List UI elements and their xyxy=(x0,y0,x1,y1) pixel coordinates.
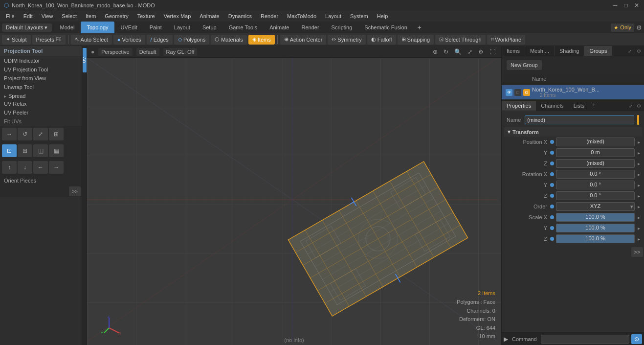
workplane-button[interactable]: ⌗ WorkPlane xyxy=(487,35,526,45)
name-input-field[interactable]: (mixed) xyxy=(525,115,634,124)
scale-z-dot[interactable] xyxy=(550,237,554,241)
menu-dynamics[interactable]: Dynamics xyxy=(224,12,256,20)
items-button[interactable]: ◈ Items xyxy=(248,35,275,45)
vp-orbit-icon[interactable]: ⊕ xyxy=(431,47,440,56)
menu-layout[interactable]: Layout xyxy=(321,12,345,20)
group-lock-toggle[interactable]: □ xyxy=(514,89,521,96)
tab-animate[interactable]: Animate xyxy=(264,22,295,33)
polygons-button[interactable]: ◇ Polygons xyxy=(174,35,209,45)
menu-render[interactable]: Render xyxy=(257,12,282,20)
menu-maxtomodo[interactable]: MaxToModo xyxy=(283,12,320,20)
arrow-up-btn[interactable]: ↑ xyxy=(2,161,17,174)
rotation-x-dot[interactable] xyxy=(550,172,554,176)
uv-grid-btn[interactable]: ⊡ xyxy=(2,144,17,157)
props-tab-channels[interactable]: Channels xyxy=(536,101,568,111)
rotation-x-arrow[interactable]: ▸ xyxy=(638,172,640,177)
close-button[interactable]: ✕ xyxy=(633,2,640,9)
position-x-field[interactable]: (mixed) xyxy=(556,138,635,146)
vp-refresh-icon[interactable]: ↻ xyxy=(442,47,450,56)
scale-y-field[interactable]: 100.0 % xyxy=(556,224,635,232)
perspective-label[interactable]: Perspective xyxy=(98,48,132,56)
maximize-button[interactable]: □ xyxy=(622,2,629,9)
position-x-dot[interactable] xyxy=(550,140,554,144)
uv-flat-btn[interactable]: ◫ xyxy=(33,144,48,157)
menu-view[interactable]: View xyxy=(38,12,57,20)
tab-shading[interactable]: Shading xyxy=(555,46,584,56)
command-input[interactable] xyxy=(541,335,629,344)
command-go-button[interactable]: ⊙ xyxy=(631,334,642,344)
order-dot[interactable] xyxy=(550,205,554,208)
menu-texture[interactable]: Texture xyxy=(133,12,159,20)
menu-vertex-map[interactable]: Vertex Map xyxy=(160,12,195,20)
rotation-y-arrow[interactable]: ▸ xyxy=(638,183,640,188)
rotation-z-arrow[interactable]: ▸ xyxy=(638,193,640,199)
spread-label[interactable]: Spread xyxy=(8,93,25,99)
menu-animate[interactable]: Animate xyxy=(196,12,223,20)
arrow-down-btn[interactable]: ↓ xyxy=(18,161,32,174)
left-item-uv-peeler[interactable]: UV Peeler xyxy=(0,108,82,117)
right-nav-forward-button[interactable]: >> xyxy=(631,247,643,257)
rotation-z-field[interactable]: 0.0 ° xyxy=(556,191,635,200)
scale-x-field[interactable]: 100.0 % xyxy=(556,213,635,222)
rotation-x-field[interactable]: 0.0 ° xyxy=(556,170,635,179)
order-arrow[interactable]: ▸ xyxy=(638,204,640,209)
left-item-unwrap[interactable]: Unwrap Tool xyxy=(0,83,82,92)
menu-geometry[interactable]: Geometry xyxy=(101,12,132,20)
menu-help[interactable]: Help xyxy=(373,12,392,20)
tab-add-button[interactable]: + xyxy=(414,23,425,32)
select-through-button[interactable]: ⊡ Select Through xyxy=(435,35,485,45)
tab-schematic-fusion[interactable]: Schematic Fusion xyxy=(358,22,413,33)
snapping-button[interactable]: ⊞ Snapping xyxy=(398,35,434,45)
tab-topology[interactable]: Topology xyxy=(81,22,114,33)
tab-paint[interactable]: Paint xyxy=(144,22,168,33)
presets-button[interactable]: Presets F6 xyxy=(32,35,66,45)
tab-groups[interactable]: Groups xyxy=(584,46,612,56)
position-x-arrow[interactable]: ▸ xyxy=(638,139,640,145)
vp-search-icon[interactable]: 🔍 xyxy=(452,47,464,56)
left-item-udim[interactable]: UDIM Indicator xyxy=(0,56,82,65)
action-center-button[interactable]: ⊕ Action Center xyxy=(280,35,327,45)
rotation-y-field[interactable]: 0.0 ° xyxy=(556,181,635,189)
tab-render[interactable]: Render xyxy=(295,22,325,33)
falloff-button[interactable]: ◐ Falloff xyxy=(367,35,396,45)
sculpt-button[interactable]: ✦ Sculpt xyxy=(2,35,31,45)
titlebar-controls[interactable]: ─ □ ✕ xyxy=(612,2,640,9)
star-only-button[interactable]: ★ Only xyxy=(611,23,634,32)
scale-y-arrow[interactable]: ▸ xyxy=(638,226,640,231)
tab-setup[interactable]: Setup xyxy=(197,22,222,33)
right-expand-icon[interactable]: ⤢ xyxy=(626,47,633,54)
menu-edit[interactable]: Edit xyxy=(20,12,37,20)
rotation-y-dot[interactable] xyxy=(550,183,554,187)
uv-active-tab[interactable]: UV xyxy=(83,48,87,72)
rotation-z-dot[interactable] xyxy=(550,194,554,198)
scale-y-dot[interactable] xyxy=(550,226,554,230)
default-label[interactable]: Default xyxy=(136,48,159,56)
tab-game-tools[interactable]: Game Tools xyxy=(223,22,264,33)
menu-item[interactable]: Item xyxy=(82,12,100,20)
tab-uvedit[interactable]: UVEdit xyxy=(115,22,143,33)
grid-icon-btn[interactable]: ⊞ xyxy=(49,128,64,140)
props-settings-icon[interactable]: ⚙ xyxy=(635,102,642,109)
collapse-button[interactable]: >> xyxy=(69,186,81,196)
default-layouts-dropdown[interactable]: Default Layouts ▾ xyxy=(2,23,52,32)
auto-select-button[interactable]: ↖ Auto Select xyxy=(71,35,112,45)
arrow-left-btn[interactable]: ← xyxy=(33,161,48,174)
uv-checker-btn[interactable]: ⊞ xyxy=(18,144,32,157)
left-item-uv-relax[interactable]: UV Relax xyxy=(0,99,82,108)
scale-z-arrow[interactable]: ▸ xyxy=(638,236,640,242)
transform-icon-btn[interactable]: ↔ xyxy=(2,128,17,140)
right-settings-icon[interactable]: ⚙ xyxy=(635,47,642,54)
props-tab-lists[interactable]: Lists xyxy=(569,101,590,111)
position-z-arrow[interactable]: ▸ xyxy=(638,161,640,166)
position-z-field[interactable]: (mixed) xyxy=(556,159,635,168)
tab-scripting[interactable]: Scripting xyxy=(326,22,358,33)
fit-uvs-label[interactable]: Fit UVs xyxy=(0,117,82,126)
symmetry-button[interactable]: ⇔ Symmetry xyxy=(328,35,366,45)
scale-z-field[interactable]: 100.0 % xyxy=(556,234,635,243)
uv-tiles-btn[interactable]: ▦ xyxy=(49,144,64,157)
menu-file[interactable]: File xyxy=(2,12,19,20)
vp-expand-icon[interactable]: ⤢ xyxy=(466,47,474,56)
gear-icon[interactable]: ⚙ xyxy=(636,24,642,31)
ray-gl-label[interactable]: Ray GL: Off xyxy=(163,48,198,56)
position-y-field[interactable]: 0 m xyxy=(556,148,635,157)
